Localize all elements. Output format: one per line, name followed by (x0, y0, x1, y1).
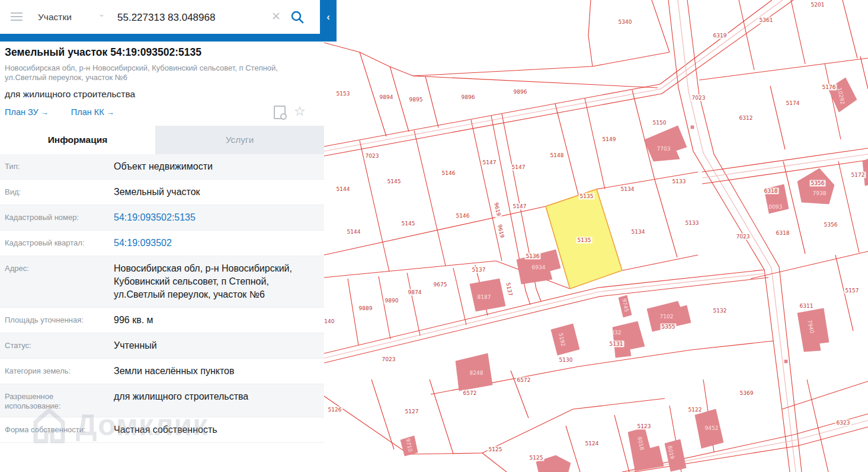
favorite-star-icon[interactable]: ☆ (294, 104, 306, 119)
buildings (401, 78, 868, 472)
row-value: Земельный участок (109, 186, 319, 199)
map-canvas (324, 0, 868, 472)
cadastral-link[interactable]: 54:19:093502:5135 (109, 211, 319, 224)
search-bar: Участки ⌄ ✕ (0, 0, 324, 34)
row-label: Вид: (5, 186, 109, 199)
plan-link[interactable]: План КК → (71, 107, 114, 117)
info-rows: Тип:Объект недвижимостиВид:Земельный уча… (0, 154, 324, 443)
object-usage: для жилищного строительства (5, 89, 319, 100)
row-value: Земли населённых пунктов (109, 365, 319, 378)
search-icon[interactable] (290, 10, 305, 27)
header-icons: ☆ (274, 106, 306, 122)
info-row: Площадь уточненная:996 кв. м (0, 308, 324, 333)
plan-link[interactable]: План ЗУ → (5, 107, 49, 117)
info-row: Форма собственности:Частная собственност… (0, 417, 324, 443)
search-input[interactable] (116, 0, 267, 35)
row-label: Форма собственности: (5, 423, 109, 436)
layer-select[interactable]: Участки (38, 0, 72, 34)
row-label: Адрес: (5, 262, 109, 301)
row-label: Площадь уточненная: (5, 314, 109, 327)
row-value: для жилищного строительства (109, 390, 319, 411)
row-label: Разрешенное использование: (5, 390, 109, 411)
cadastral-map[interactable]: 5153989498959896989653406319536152017023… (324, 0, 868, 472)
info-row: Статус:Учтенный (0, 333, 324, 359)
tab-information[interactable]: Информация (0, 126, 155, 154)
chevron-down-icon[interactable]: ⌄ (98, 9, 105, 18)
info-row: Адрес:Новосибирская обл, р-н Новосибирск… (0, 256, 324, 308)
highlighted-parcel[interactable] (546, 189, 622, 289)
page-title: Земельный участок 54:19:093502:5135 (5, 46, 319, 59)
app: 5153989498959896989653406319536152017023… (0, 0, 868, 472)
info-row: Тип:Объект недвижимости (0, 154, 324, 180)
collapse-panel-button[interactable]: ‹ (320, 0, 337, 42)
info-row: Кадастровый номер:54:19:093502:5135 (0, 205, 324, 231)
row-value: Учтенный (109, 339, 319, 352)
row-label: Кадастровый номер: (5, 211, 109, 224)
object-address: Новосибирская обл, р-н Новосибирский, Ку… (5, 63, 304, 82)
cadastral-link[interactable]: 54:19:093502 (109, 237, 319, 250)
menu-icon[interactable] (11, 12, 23, 21)
row-label: Кадастровый квартал: (5, 237, 109, 250)
info-panel: Участки ⌄ ✕ Земельный участок 54:19:0935… (0, 0, 324, 472)
close-icon[interactable]: ✕ (271, 0, 281, 34)
row-value: Частная собственность (109, 423, 319, 436)
row-value: Объект недвижимости (109, 160, 319, 173)
row-value: Новосибирская обл, р-н Новосибирский, Ку… (109, 262, 319, 301)
tab-bar: ИнформацияУслуги (0, 126, 324, 154)
plan-links: План ЗУ →План КК → (5, 107, 137, 117)
plan-preview-icon[interactable] (274, 106, 286, 119)
row-label: Статус: (5, 339, 109, 352)
info-row: Разрешенное использование:для жилищного … (0, 384, 324, 417)
tab-services[interactable]: Услуги (155, 126, 324, 154)
row-value: 996 кв. м (109, 314, 319, 327)
info-row: Кадастровый квартал:54:19:093502 (0, 231, 324, 256)
header-accent-bar (0, 34, 337, 42)
info-row: Вид:Земельный участок (0, 180, 324, 205)
info-row: Категория земель:Земли населённых пункто… (0, 359, 324, 384)
row-label: Категория земель: (5, 365, 109, 378)
row-label: Тип: (5, 160, 109, 173)
